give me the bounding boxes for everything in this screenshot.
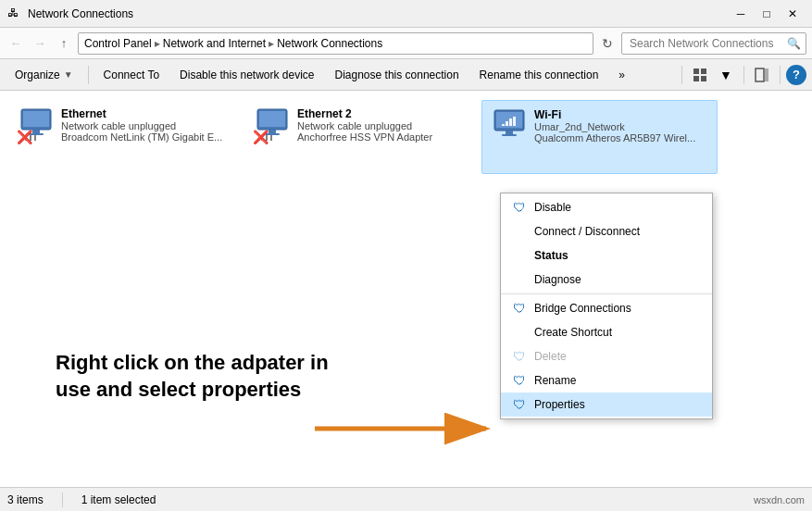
svg-rect-7 <box>23 111 49 127</box>
ethernet-info: Ethernet Network cable unplugged Broadco… <box>61 107 238 143</box>
wifi-name: Wi-Fi <box>534 108 709 121</box>
ctx-delete[interactable]: 🛡 Delete <box>501 344 712 368</box>
selected-count: 1 item selected <box>81 493 156 506</box>
ctx-rename-icon: 🛡 <box>512 373 527 388</box>
brand-label: wsxdn.com <box>754 494 805 505</box>
preview-pane-button[interactable] <box>750 63 774 87</box>
minimize-button[interactable]: ─ <box>729 5 753 23</box>
svg-rect-4 <box>756 69 764 81</box>
ethernet2-error-icon: ❌ <box>253 130 269 144</box>
svg-rect-15 <box>269 130 276 133</box>
adapter-ethernet[interactable]: ❌ Ethernet Network cable unplugged Broad… <box>9 100 245 174</box>
instruction-text: Right click on the adpater in use and se… <box>56 350 352 403</box>
toolbar: Organize ▼ Connect To Disable this netwo… <box>0 59 812 91</box>
ctx-bridge-icon: 🛡 <box>512 301 527 316</box>
ctx-status-icon <box>512 248 527 263</box>
ethernet-name: Ethernet <box>61 107 238 120</box>
svg-rect-2 <box>693 76 699 81</box>
connect-to-button[interactable]: Connect To <box>94 63 169 87</box>
refresh-button[interactable]: ↻ <box>597 33 618 54</box>
window-controls: ─ □ ✕ <box>729 5 805 23</box>
instruction-area: Right click on the adpater in use and se… <box>56 350 352 403</box>
ctx-bridge[interactable]: 🛡 Bridge Connections <box>501 296 712 320</box>
ctx-delete-icon: 🛡 <box>512 349 527 364</box>
address-path[interactable]: Control Panel ▸ Network and Internet ▸ N… <box>78 32 593 55</box>
ctx-diagnose-icon <box>512 272 527 287</box>
svg-rect-5 <box>765 69 768 81</box>
disable-network-button[interactable]: Disable this network device <box>170 63 323 87</box>
search-wrapper: 🔍 <box>621 32 806 55</box>
svg-rect-8 <box>32 130 40 133</box>
ctx-diagnose[interactable]: Diagnose <box>501 268 712 292</box>
help-button[interactable]: ? <box>786 65 806 85</box>
wifi-status: Umar_2nd_Network <box>534 121 709 132</box>
more-button[interactable]: » <box>609 63 634 87</box>
toolbar-right: ▼ ? <box>678 63 806 87</box>
ethernet-icon-wrap: ❌ <box>17 107 54 144</box>
ethernet2-status: Network cable unplugged <box>297 120 474 131</box>
search-input[interactable] <box>621 32 806 55</box>
svg-rect-14 <box>259 111 285 127</box>
title-bar: 🖧 Network Connections ─ □ ✕ <box>0 0 812 28</box>
toolbar-separator <box>88 66 89 84</box>
arrow-graphic <box>315 405 500 455</box>
wifi-icon-wrap <box>490 108 527 145</box>
crumb-controlpanel: Control Panel <box>84 37 152 50</box>
back-button[interactable]: ← <box>6 33 26 54</box>
ctx-properties[interactable]: 🛡 Properties <box>501 393 712 417</box>
content-area: ❌ Ethernet Network cable unplugged Broad… <box>0 91 812 487</box>
ctx-connect-disconnect[interactable]: Connect / Disconnect <box>501 219 712 243</box>
ethernet2-icon-wrap: ❌ <box>253 107 290 144</box>
view-dropdown-button[interactable]: ▼ <box>714 63 738 87</box>
rename-button[interactable]: Rename this connection <box>470 63 608 87</box>
svg-rect-23 <box>502 134 517 136</box>
svg-rect-24 <box>502 124 505 126</box>
ethernet-status: Network cable unplugged <box>61 120 238 131</box>
ethernet-error-icon: ❌ <box>17 130 32 144</box>
ctx-properties-icon: 🛡 <box>512 397 527 412</box>
svg-rect-3 <box>701 76 706 81</box>
ctx-disable[interactable]: 🛡 Disable <box>501 195 712 219</box>
change-view-button[interactable] <box>688 63 712 87</box>
svg-rect-26 <box>509 118 512 126</box>
wifi-info: Wi-Fi Umar_2nd_Network Qualcomm Atheros … <box>534 108 709 143</box>
ctx-shortcut-icon <box>512 325 527 340</box>
window-icon: 🖧 <box>7 6 22 21</box>
wifi-computer-icon <box>490 108 529 143</box>
up-button[interactable]: ↑ <box>54 33 74 54</box>
ctx-sep1 <box>501 293 712 294</box>
svg-rect-27 <box>513 117 516 126</box>
wifi-adapter: Qualcomm Atheros AR5B97 Wirel... <box>534 132 709 143</box>
diagnose-button[interactable]: Diagnose this connection <box>326 63 468 87</box>
maximize-button[interactable]: □ <box>755 5 779 23</box>
ctx-create-shortcut[interactable]: Create Shortcut <box>501 320 712 344</box>
ctx-disable-icon: 🛡 <box>512 200 527 215</box>
ethernet2-adapter: Anchorfree HSS VPN Adapter <box>297 131 474 143</box>
ctx-connect-icon <box>512 224 527 239</box>
ctx-status[interactable]: Status <box>501 243 712 268</box>
status-bar: 3 items 1 item selected wsxdn.com <box>0 487 812 511</box>
svg-rect-25 <box>506 121 508 126</box>
svg-rect-0 <box>693 69 699 74</box>
organize-button[interactable]: Organize ▼ <box>6 63 82 87</box>
context-menu: 🛡 Disable Connect / Disconnect Status Di… <box>500 193 713 419</box>
ethernet2-info: Ethernet 2 Network cable unplugged Ancho… <box>297 107 474 143</box>
adapter-wifi[interactable]: Wi-Fi Umar_2nd_Network Qualcomm Atheros … <box>481 100 718 174</box>
ethernet2-name: Ethernet 2 <box>297 107 474 120</box>
window-title: Network Connections <box>28 7 729 20</box>
crumb-network-internet: Network and Internet <box>163 37 266 50</box>
svg-rect-22 <box>506 131 513 134</box>
ethernet-adapter: Broadcom NetLink (TM) Gigabit E... <box>61 131 238 143</box>
address-bar: ← → ↑ Control Panel ▸ Network and Intern… <box>0 28 812 59</box>
crumb-network-connections: Network Connections <box>277 37 382 50</box>
svg-rect-1 <box>701 69 706 74</box>
close-button[interactable]: ✕ <box>781 5 805 23</box>
items-count: 3 items <box>7 493 44 506</box>
ctx-rename[interactable]: 🛡 Rename <box>501 368 712 393</box>
adapter-ethernet2[interactable]: ❌ Ethernet 2 Network cable unplugged Anc… <box>245 100 481 174</box>
forward-button[interactable]: → <box>30 33 50 54</box>
search-icon: 🔍 <box>787 37 801 50</box>
